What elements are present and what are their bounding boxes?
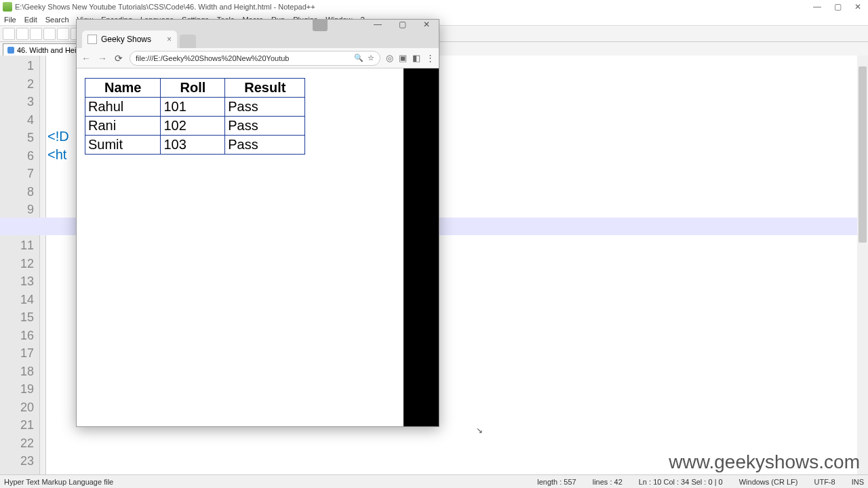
npp-statusbar: Hyper Text Markup Language file length :… bbox=[0, 474, 868, 488]
file-modified-icon bbox=[7, 47, 14, 54]
fold-margin[interactable] bbox=[39, 56, 46, 474]
table-header-row: Name Roll Result bbox=[85, 79, 305, 98]
back-icon[interactable]: ← bbox=[81, 53, 92, 64]
code-line-2: <ht bbox=[47, 147, 66, 162]
watermark-text: www.geekyshows.com bbox=[669, 451, 860, 473]
data-table: Name Roll Result Rahul 101 Pass Rani 102… bbox=[85, 78, 305, 155]
toolbar-close-icon[interactable] bbox=[57, 28, 69, 40]
npp-maximize-button[interactable]: ▢ bbox=[827, 2, 848, 12]
chrome-minimize-button[interactable]: — bbox=[366, 20, 390, 29]
chrome-maximize-button[interactable]: ▢ bbox=[390, 20, 414, 29]
npp-title-text: E:\Geeky Shows New Youtube Tutorials\CSS… bbox=[15, 3, 315, 11]
menu-search[interactable]: Search bbox=[45, 16, 69, 24]
chrome-newtab-button[interactable] bbox=[180, 35, 196, 48]
page-black-column bbox=[403, 68, 439, 426]
chrome-close-button[interactable]: ✕ bbox=[414, 20, 439, 29]
zoom-icon[interactable]: 🔍 bbox=[354, 54, 363, 62]
forward-icon[interactable]: → bbox=[97, 53, 108, 64]
th-name: Name bbox=[85, 79, 161, 98]
url-text: file:///E:/Geeky%20Shows%20New%20Youtub bbox=[136, 54, 350, 62]
chrome-tab-active[interactable]: Geeky Shows × bbox=[82, 30, 177, 48]
status-lines: lines : 42 bbox=[593, 478, 623, 486]
resize-cursor-icon: ↘ bbox=[476, 426, 483, 435]
status-length: length : 557 bbox=[537, 478, 576, 486]
chrome-window: — ▢ ✕ Geeky Shows × ← → ⟳ file:///E:/Gee… bbox=[76, 19, 439, 427]
npp-minimize-button[interactable]: — bbox=[807, 2, 827, 12]
reload-icon[interactable]: ⟳ bbox=[113, 53, 124, 64]
table-row: Rahul 101 Pass bbox=[85, 98, 305, 117]
menu-file[interactable]: File bbox=[4, 16, 16, 24]
menu-edit[interactable]: Edit bbox=[24, 16, 37, 24]
chrome-toolbar: ← → ⟳ file:///E:/Geeky%20Shows%20New%20Y… bbox=[77, 48, 439, 68]
table-row: Sumit 103 Pass bbox=[85, 136, 305, 155]
chrome-menu-icon[interactable]: ⋮ bbox=[426, 53, 435, 63]
th-result: Result bbox=[225, 79, 305, 98]
chrome-viewport: Name Roll Result Rahul 101 Pass Rani 102… bbox=[77, 68, 439, 426]
table-row: Rani 102 Pass bbox=[85, 117, 305, 136]
chrome-tab-title: Geeky Shows bbox=[101, 35, 151, 44]
ext-other-icon[interactable]: ◧ bbox=[412, 53, 420, 63]
status-position: Ln : 10 Col : 34 Sel : 0 | 0 bbox=[639, 478, 723, 486]
address-bar[interactable]: file:///E:/Geeky%20Shows%20New%20Youtub … bbox=[130, 51, 380, 66]
th-roll: Roll bbox=[161, 79, 225, 98]
toolbar-save-icon[interactable] bbox=[30, 28, 42, 40]
scrollbar-thumb[interactable] bbox=[859, 66, 867, 243]
chrome-titlebar: — ▢ ✕ bbox=[77, 20, 439, 29]
vertical-scrollbar[interactable] bbox=[857, 56, 868, 474]
npp-app-icon bbox=[3, 2, 12, 12]
status-encoding: UTF-8 bbox=[814, 478, 835, 486]
line-gutter: 123 456 789 101112 131415 161718 192021 … bbox=[0, 56, 39, 474]
npp-close-button[interactable]: ✕ bbox=[848, 2, 868, 12]
status-eol: Windows (CR LF) bbox=[739, 478, 798, 486]
toolbar-open-icon[interactable] bbox=[16, 28, 28, 40]
npp-titlebar: E:\Geeky Shows New Youtube Tutorials\CSS… bbox=[0, 0, 868, 14]
status-filetype: Hyper Text Markup Language file bbox=[4, 478, 113, 486]
ext-adblock-icon[interactable]: ▣ bbox=[399, 53, 407, 63]
ext-cast-icon[interactable]: ◎ bbox=[386, 53, 393, 63]
toolbar-new-icon[interactable] bbox=[3, 28, 15, 40]
favicon-icon bbox=[87, 35, 97, 44]
star-icon[interactable]: ☆ bbox=[368, 54, 374, 62]
chrome-profile-icon[interactable] bbox=[313, 19, 328, 31]
chrome-tabstrip: Geeky Shows × bbox=[77, 29, 439, 48]
code-line-1: <!D bbox=[47, 129, 69, 144]
tab-close-icon[interactable]: × bbox=[167, 35, 172, 44]
status-ins: INS bbox=[852, 478, 864, 486]
toolbar-saveall-icon[interactable] bbox=[43, 28, 56, 40]
